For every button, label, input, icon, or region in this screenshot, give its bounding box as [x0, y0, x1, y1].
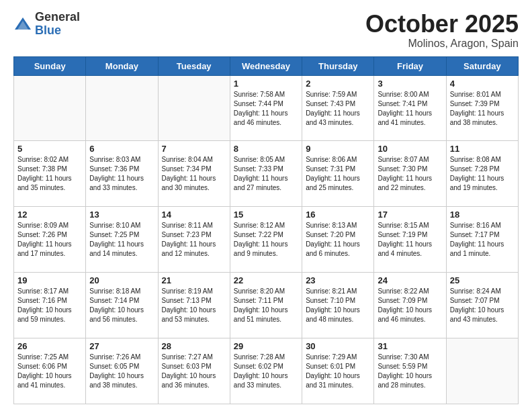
day-info: Sunrise: 8:08 AM Sunset: 7:28 PM Dayligh… [450, 155, 515, 193]
day-number: 24 [378, 275, 442, 285]
calendar-cell: 6Sunrise: 8:03 AM Sunset: 7:36 PM Daylig… [86, 141, 158, 207]
day-number: 30 [306, 341, 370, 351]
day-number: 27 [89, 341, 154, 351]
day-number: 11 [450, 144, 515, 154]
calendar-week-row: 5Sunrise: 8:02 AM Sunset: 7:38 PM Daylig… [14, 141, 519, 207]
day-number: 23 [306, 275, 370, 285]
calendar-cell: 9Sunrise: 8:06 AM Sunset: 7:31 PM Daylig… [302, 141, 374, 207]
day-number: 17 [378, 210, 442, 220]
day-info: Sunrise: 8:24 AM Sunset: 7:07 PM Dayligh… [450, 287, 515, 324]
day-info: Sunrise: 7:28 AM Sunset: 6:02 PM Dayligh… [234, 353, 298, 390]
day-info: Sunrise: 7:30 AM Sunset: 5:59 PM Dayligh… [378, 353, 442, 390]
day-number: 4 [450, 79, 515, 89]
day-info: Sunrise: 7:59 AM Sunset: 7:43 PM Dayligh… [306, 90, 370, 128]
calendar-cell: 3Sunrise: 8:00 AM Sunset: 7:41 PM Daylig… [374, 75, 446, 141]
day-info: Sunrise: 8:09 AM Sunset: 7:26 PM Dayligh… [17, 221, 82, 259]
day-info: Sunrise: 8:17 AM Sunset: 7:16 PM Dayligh… [17, 287, 82, 324]
day-info: Sunrise: 8:00 AM Sunset: 7:41 PM Dayligh… [378, 90, 442, 128]
day-number: 29 [234, 341, 298, 351]
location: Molinos, Aragon, Spain [365, 38, 519, 50]
day-info: Sunrise: 8:01 AM Sunset: 7:39 PM Dayligh… [450, 90, 515, 128]
day-info: Sunrise: 7:26 AM Sunset: 6:05 PM Dayligh… [89, 353, 154, 390]
calendar-table: SundayMondayTuesdayWednesdayThursdayFrid… [13, 56, 519, 404]
day-info: Sunrise: 8:15 AM Sunset: 7:19 PM Dayligh… [378, 221, 442, 259]
calendar-day-header: Friday [374, 56, 446, 75]
calendar-cell: 11Sunrise: 8:08 AM Sunset: 7:28 PM Dayli… [446, 141, 518, 207]
day-number: 31 [378, 341, 442, 351]
logo: General Blue [13, 11, 80, 38]
calendar-cell: 14Sunrise: 8:11 AM Sunset: 7:23 PM Dayli… [158, 207, 230, 273]
day-number: 7 [162, 144, 226, 154]
day-number: 10 [378, 144, 442, 154]
day-number: 9 [306, 144, 370, 154]
day-info: Sunrise: 8:19 AM Sunset: 7:13 PM Dayligh… [162, 287, 226, 324]
calendar-cell: 28Sunrise: 7:27 AM Sunset: 6:03 PM Dayli… [158, 338, 230, 404]
calendar-day-header: Sunday [14, 56, 86, 75]
calendar-cell: 5Sunrise: 8:02 AM Sunset: 7:38 PM Daylig… [14, 141, 86, 207]
day-info: Sunrise: 8:03 AM Sunset: 7:36 PM Dayligh… [89, 155, 154, 193]
calendar-cell: 13Sunrise: 8:10 AM Sunset: 7:25 PM Dayli… [86, 207, 158, 273]
day-number: 13 [89, 210, 154, 220]
day-info: Sunrise: 7:29 AM Sunset: 6:01 PM Dayligh… [306, 353, 370, 390]
calendar-cell: 2Sunrise: 7:59 AM Sunset: 7:43 PM Daylig… [302, 75, 374, 141]
day-info: Sunrise: 8:22 AM Sunset: 7:09 PM Dayligh… [378, 287, 442, 324]
day-info: Sunrise: 8:21 AM Sunset: 7:10 PM Dayligh… [306, 287, 370, 324]
calendar-cell: 21Sunrise: 8:19 AM Sunset: 7:13 PM Dayli… [158, 273, 230, 338]
day-info: Sunrise: 8:05 AM Sunset: 7:33 PM Dayligh… [234, 155, 298, 193]
day-info: Sunrise: 8:02 AM Sunset: 7:38 PM Dayligh… [17, 155, 82, 193]
calendar-week-row: 1Sunrise: 7:58 AM Sunset: 7:44 PM Daylig… [14, 75, 519, 141]
calendar-cell: 22Sunrise: 8:20 AM Sunset: 7:11 PM Dayli… [230, 273, 302, 338]
calendar-cell: 16Sunrise: 8:13 AM Sunset: 7:20 PM Dayli… [302, 207, 374, 273]
logo-icon [13, 15, 32, 34]
logo-blue: Blue [35, 24, 80, 38]
calendar-cell: 7Sunrise: 8:04 AM Sunset: 7:34 PM Daylig… [158, 141, 230, 207]
calendar-cell: 26Sunrise: 7:25 AM Sunset: 6:06 PM Dayli… [14, 338, 86, 404]
day-info: Sunrise: 7:25 AM Sunset: 6:06 PM Dayligh… [17, 353, 82, 390]
calendar-cell [158, 75, 230, 141]
day-number: 19 [17, 275, 82, 285]
day-info: Sunrise: 8:13 AM Sunset: 7:20 PM Dayligh… [306, 221, 370, 259]
day-number: 3 [378, 79, 442, 89]
calendar-cell: 4Sunrise: 8:01 AM Sunset: 7:39 PM Daylig… [446, 75, 518, 141]
day-number: 14 [162, 210, 226, 220]
day-info: Sunrise: 8:16 AM Sunset: 7:17 PM Dayligh… [450, 221, 515, 259]
calendar-cell [446, 338, 518, 404]
day-number: 20 [89, 275, 154, 285]
calendar-day-header: Tuesday [158, 56, 230, 75]
day-number: 15 [234, 210, 298, 220]
day-number: 26 [17, 341, 82, 351]
day-info: Sunrise: 7:58 AM Sunset: 7:44 PM Dayligh… [234, 90, 298, 128]
calendar-cell: 24Sunrise: 8:22 AM Sunset: 7:09 PM Dayli… [374, 273, 446, 338]
calendar-cell: 12Sunrise: 8:09 AM Sunset: 7:26 PM Dayli… [14, 207, 86, 273]
header: General Blue October 2025 Molinos, Arago… [13, 11, 519, 50]
day-info: Sunrise: 8:18 AM Sunset: 7:14 PM Dayligh… [89, 287, 154, 324]
logo-text: General Blue [35, 11, 80, 38]
calendar-header-row: SundayMondayTuesdayWednesdayThursdayFrid… [14, 56, 519, 75]
day-info: Sunrise: 8:10 AM Sunset: 7:25 PM Dayligh… [89, 221, 154, 259]
day-number: 6 [89, 144, 154, 154]
month-title: October 2025 [365, 11, 519, 38]
calendar-week-row: 26Sunrise: 7:25 AM Sunset: 6:06 PM Dayli… [14, 338, 519, 404]
calendar-week-row: 12Sunrise: 8:09 AM Sunset: 7:26 PM Dayli… [14, 207, 519, 273]
day-number: 8 [234, 144, 298, 154]
calendar-day-header: Monday [86, 56, 158, 75]
calendar-day-header: Wednesday [230, 56, 302, 75]
calendar-cell: 27Sunrise: 7:26 AM Sunset: 6:05 PM Dayli… [86, 338, 158, 404]
day-number: 16 [306, 210, 370, 220]
calendar-cell: 20Sunrise: 8:18 AM Sunset: 7:14 PM Dayli… [86, 273, 158, 338]
calendar-cell: 25Sunrise: 8:24 AM Sunset: 7:07 PM Dayli… [446, 273, 518, 338]
day-info: Sunrise: 8:20 AM Sunset: 7:11 PM Dayligh… [234, 287, 298, 324]
day-info: Sunrise: 7:27 AM Sunset: 6:03 PM Dayligh… [162, 353, 226, 390]
day-info: Sunrise: 8:04 AM Sunset: 7:34 PM Dayligh… [162, 155, 226, 193]
day-number: 21 [162, 275, 226, 285]
calendar-cell [86, 75, 158, 141]
day-info: Sunrise: 8:06 AM Sunset: 7:31 PM Dayligh… [306, 155, 370, 193]
calendar-cell: 15Sunrise: 8:12 AM Sunset: 7:22 PM Dayli… [230, 207, 302, 273]
day-number: 28 [162, 341, 226, 351]
calendar-cell: 10Sunrise: 8:07 AM Sunset: 7:30 PM Dayli… [374, 141, 446, 207]
day-number: 18 [450, 210, 515, 220]
calendar-cell [14, 75, 86, 141]
calendar-day-header: Saturday [446, 56, 518, 75]
calendar-cell: 8Sunrise: 8:05 AM Sunset: 7:33 PM Daylig… [230, 141, 302, 207]
day-number: 2 [306, 79, 370, 89]
